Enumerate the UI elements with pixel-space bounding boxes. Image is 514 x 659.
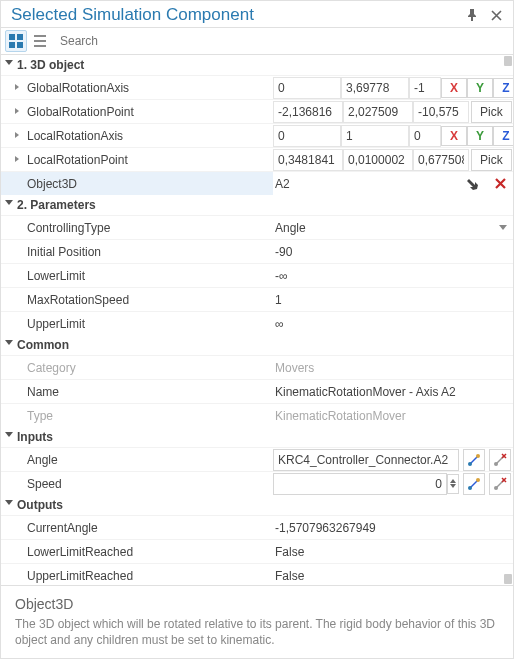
group-parameters[interactable]: 2. Parameters [1,195,513,215]
prop-value[interactable]: 1 [273,289,284,311]
prop-label: MaxRotationSpeed [27,293,129,307]
row-initial-position: Initial Position -90 [1,239,513,263]
row-speed: Speed [1,471,513,495]
group-label: Common [17,338,69,352]
row-type: Type KinematicRotationMover [1,403,513,427]
prop-value[interactable]: ∞ [273,313,286,335]
vec-y-input[interactable] [343,101,413,123]
row-local-rotation-point: LocalRotationPoint Pick [1,147,513,171]
row-angle: Angle [1,447,513,471]
svg-point-7 [468,486,472,490]
row-max-rotation-speed: MaxRotationSpeed 1 [1,287,513,311]
pin-icon[interactable] [463,6,481,24]
vec-x-input[interactable] [273,149,343,171]
prop-label: Angle [27,453,58,467]
group-outputs[interactable]: Outputs [1,495,513,515]
axis-y-button[interactable]: Y [467,126,493,146]
vec-z-input[interactable] [413,149,469,171]
vec-x-input[interactable] [273,101,343,123]
dropdown-icon[interactable] [499,225,507,230]
svg-rect-1 [17,34,23,40]
prop-label: GlobalRotationAxis [27,81,129,95]
vec-x-input[interactable] [273,77,341,99]
group-common[interactable]: Common [1,335,513,355]
group-label: Inputs [17,430,53,444]
vec-z-input[interactable] [413,101,469,123]
unlink-signal-icon[interactable] [489,449,511,471]
pick-button[interactable]: Pick [471,149,512,171]
help-body: The 3D object which will be rotated rela… [15,616,499,648]
axis-x-button[interactable]: X [441,126,467,146]
expand-icon[interactable] [15,156,19,162]
prop-label: Speed [27,477,62,491]
prop-value: Movers [273,357,316,379]
row-upper-limit: UpperLimit ∞ [1,311,513,335]
toolbar [1,28,513,55]
prop-label: Category [27,361,76,375]
row-local-rotation-axis: LocalRotationAxis X Y Z [1,123,513,147]
prop-label: LocalRotationAxis [27,129,123,143]
svg-point-5 [476,454,480,458]
speed-stepper[interactable] [447,474,459,494]
angle-input[interactable] [273,449,459,471]
prop-value: False [273,541,306,563]
prop-value[interactable]: KinematicRotationMover - Axis A2 [273,381,458,403]
prop-label: Name [27,385,59,399]
axis-y-button[interactable]: Y [467,78,493,98]
expand-icon[interactable] [15,108,19,114]
row-lower-limit: LowerLimit -∞ [1,263,513,287]
view-categorized-button[interactable] [5,30,27,52]
axis-z-button[interactable]: Z [493,126,513,146]
vec-y-input[interactable] [341,125,409,147]
prop-label: Object3D [27,177,77,191]
vec-z-input[interactable] [409,125,441,147]
prop-label: GlobalRotationPoint [27,105,134,119]
row-global-rotation-axis: GlobalRotationAxis X Y Z [1,75,513,99]
prop-value: Angle [273,217,308,239]
axis-x-button[interactable]: X [441,78,467,98]
prop-label: Type [27,409,53,423]
vec-y-input[interactable] [343,149,413,171]
panel-header: Selected Simulation Component [1,1,513,28]
vec-x-input[interactable] [273,125,341,147]
svg-rect-3 [17,42,23,48]
property-grid[interactable]: 1. 3D object GlobalRotationAxis X Y Z Gl… [1,55,513,585]
svg-rect-2 [9,42,15,48]
link-signal-icon[interactable] [463,473,485,495]
speed-input[interactable] [273,473,447,495]
prop-label: LowerLimit [27,269,85,283]
row-controlling-type[interactable]: ControllingType Angle [1,215,513,239]
close-icon[interactable] [487,6,505,24]
svg-point-6 [494,462,498,466]
prop-label: UpperLimitReached [27,569,133,583]
expand-icon[interactable] [15,132,19,138]
prop-label: CurrentAngle [27,521,98,535]
svg-rect-0 [9,34,15,40]
vec-z-input[interactable] [409,77,441,99]
search-input[interactable] [53,30,509,52]
row-name: Name KinematicRotationMover - Axis A2 [1,379,513,403]
axis-z-button[interactable]: Z [493,78,513,98]
row-object3d[interactable]: Object3D A2 [1,171,513,195]
unlink-signal-icon[interactable] [489,473,511,495]
panel-title: Selected Simulation Component [11,5,457,25]
link-signal-icon[interactable] [463,449,485,471]
scroll-down-icon[interactable] [504,574,512,584]
prop-value: KinematicRotationMover [273,405,408,427]
prop-value: A2 [273,173,459,195]
prop-value[interactable]: -∞ [273,265,290,287]
clear-icon[interactable] [489,173,511,195]
row-category: Category Movers [1,355,513,379]
prop-value: -1,5707963267949 [273,517,378,539]
group-inputs[interactable]: Inputs [1,427,513,447]
prop-value[interactable]: -90 [273,241,294,263]
view-alphabetical-button[interactable] [29,30,51,52]
prop-label: ControllingType [27,221,110,235]
row-lower-limit-reached: LowerLimitReached False [1,539,513,563]
expand-icon[interactable] [15,84,19,90]
vec-y-input[interactable] [341,77,409,99]
group-3d-object[interactable]: 1. 3D object [1,55,513,75]
help-panel: Object3D The 3D object which will be rot… [1,585,513,658]
pick-button[interactable]: Pick [471,101,512,123]
pick-object-icon[interactable] [463,173,485,195]
